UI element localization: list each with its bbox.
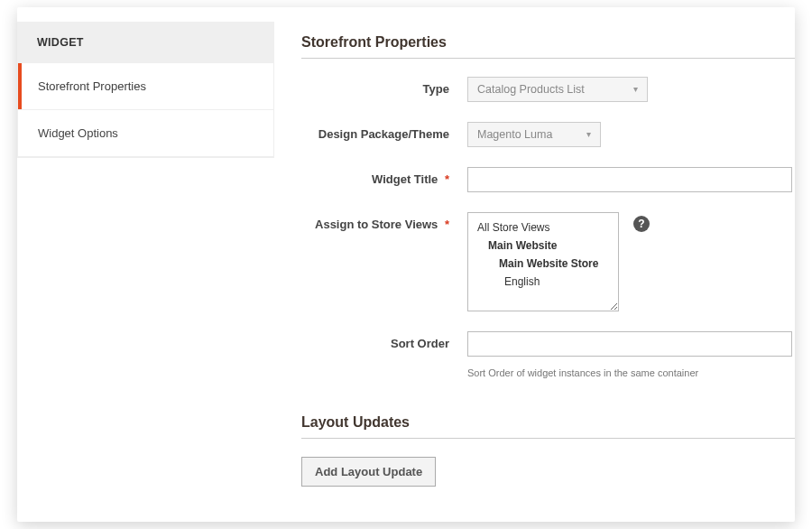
sidebar-header: WIDGET — [17, 22, 274, 63]
field-sort-order: Sort Order — [301, 331, 795, 357]
sidebar-tab-widget-options[interactable]: Widget Options — [18, 110, 273, 157]
label-text: Widget Title — [372, 172, 438, 186]
sidebar: WIDGET Storefront Properties Widget Opti… — [17, 7, 274, 522]
label-text: Type — [423, 82, 449, 96]
chevron-down-icon: ▾ — [586, 130, 591, 139]
field-type: Type Catalog Products List ▾ — [301, 77, 795, 102]
label-text: Assign to Store Views — [315, 218, 438, 231]
field-label-sort-order: Sort Order — [301, 331, 453, 350]
sidebar-tab-label: Storefront Properties — [38, 79, 146, 93]
theme-select[interactable]: Magento Luma ▾ — [467, 122, 601, 147]
widget-title-input[interactable] — [467, 167, 792, 192]
store-option-all[interactable]: All Store Views — [468, 218, 618, 237]
section-title-layout-updates: Layout Updates — [301, 414, 795, 431]
store-option-english[interactable]: English — [468, 273, 618, 291]
type-select-value: Catalog Products List — [477, 83, 585, 96]
sort-order-input[interactable] — [467, 331, 792, 357]
label-text: Sort Order — [391, 337, 449, 350]
divider — [301, 58, 795, 59]
sidebar-tab-storefront[interactable]: Storefront Properties — [18, 63, 273, 110]
field-widget-title: Widget Title * — [301, 167, 795, 192]
theme-select-value: Magento Luma — [477, 128, 552, 141]
divider — [301, 438, 795, 439]
add-layout-update-button[interactable]: Add Layout Update — [301, 457, 436, 487]
sidebar-tab-label: Widget Options — [38, 126, 118, 140]
field-theme: Design Package/Theme Magento Luma ▾ — [301, 122, 795, 147]
label-text: Design Package/Theme — [318, 127, 449, 141]
required-icon: * — [445, 218, 449, 231]
main-content: Storefront Properties Type Catalog Produ… — [274, 7, 795, 522]
field-label-theme: Design Package/Theme — [301, 122, 453, 141]
sidebar-tab-list: Storefront Properties Widget Options — [17, 63, 274, 158]
chevron-down-icon: ▾ — [633, 85, 638, 94]
field-label-type: Type — [301, 77, 453, 96]
sort-order-hint: Sort Order of widget instances in the sa… — [467, 367, 795, 378]
section-title-storefront: Storefront Properties — [301, 34, 795, 51]
help-icon[interactable]: ? — [633, 216, 650, 232]
store-option-main-store[interactable]: Main Website Store — [468, 255, 618, 273]
field-label-store-views: Assign to Store Views * — [301, 212, 453, 231]
required-icon: * — [445, 172, 449, 186]
field-label-widget-title: Widget Title * — [301, 167, 453, 186]
store-option-main-website[interactable]: Main Website — [468, 237, 618, 255]
type-select[interactable]: Catalog Products List ▾ — [467, 77, 648, 102]
field-sort-order-hint-row: Sort Order of widget instances in the sa… — [301, 364, 795, 378]
field-store-views: Assign to Store Views * All Store Views … — [301, 212, 795, 311]
store-views-multiselect[interactable]: All Store Views Main Website Main Websit… — [467, 212, 619, 311]
